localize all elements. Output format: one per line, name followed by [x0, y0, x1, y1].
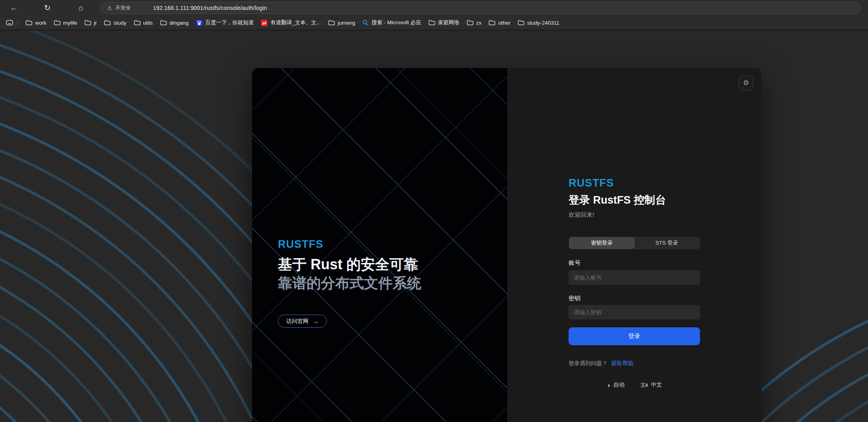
url-text: 192.168.1.111:9001/rustfs/console/auth/l…	[153, 5, 267, 11]
browser-window: ← ↻ ⌂ ⚠ 不安全 192.168.1.111:9001/rustfs/co…	[0, 0, 868, 422]
bookmark-mylife[interactable]: mylife	[50, 18, 81, 28]
folder-icon	[467, 20, 473, 25]
bookmark-label: dingang	[170, 20, 189, 26]
bookmark-jr[interactable]: jr	[81, 18, 101, 28]
account-input[interactable]	[569, 270, 700, 285]
baidu-icon	[196, 19, 203, 26]
bookmark-label: work	[35, 20, 47, 26]
sidebar-toggle-icon[interactable]	[4, 18, 15, 28]
bookmark-dingang[interactable]: dingang	[156, 18, 192, 28]
bookmark-label: 家庭网络	[438, 19, 459, 26]
bookmark-home-network[interactable]: 家庭网络	[425, 18, 463, 28]
bookmark-study-240311[interactable]: study-240311	[514, 18, 563, 28]
bookmark-bing-search[interactable]: 搜索 - Microsoft 必应	[359, 18, 425, 28]
bookmark-zx[interactable]: zx	[463, 18, 485, 28]
footer-controls: ◑ 自动 文A 中文	[569, 381, 700, 389]
bookmark-label: study	[113, 20, 126, 26]
youdao-icon: yd	[261, 19, 268, 26]
login-card: RUSTFS 基于 Rust 的安全可靠 靠谱的分布式文件系统 访问官网 → ⚙…	[252, 68, 762, 422]
gear-icon: ⚙	[743, 79, 749, 87]
secret-input[interactable]	[569, 305, 700, 319]
bookmark-baidu[interactable]: 百度一下，你就知道	[192, 18, 258, 28]
bookmark-utils[interactable]: utils	[130, 18, 156, 28]
visit-website-label: 访问官网	[286, 318, 309, 325]
hero-title-line1: 基于 Rust 的安全可靠	[278, 256, 418, 272]
account-label: 账号	[569, 259, 581, 267]
bookmarks-bar: work mylife jr study utils dingang 百度一下，…	[0, 16, 868, 31]
folder-icon	[54, 20, 61, 25]
home-icon[interactable]: ⌂	[76, 3, 86, 13]
folder-icon	[104, 20, 111, 25]
folder-icon	[489, 20, 495, 25]
help-text: 登录遇到问题？	[569, 360, 608, 366]
folder-icon	[84, 20, 91, 25]
bookmark-label: 百度一下，你就知道	[205, 19, 254, 26]
hero-title-line2: 靠谱的分布式文件系统	[278, 274, 421, 292]
get-help-link[interactable]: 获取帮助	[611, 360, 633, 366]
help-row: 登录遇到问题？获取帮助	[569, 360, 633, 367]
hero-panel: RUSTFS 基于 Rust 的安全可靠 靠谱的分布式文件系统 访问官网 →	[252, 68, 507, 422]
folder-icon	[134, 20, 141, 25]
divider	[18, 19, 18, 26]
reload-icon[interactable]: ↻	[42, 3, 53, 13]
bookmark-label: zx	[476, 20, 482, 26]
bookmark-other[interactable]: other	[485, 18, 514, 28]
theme-switcher[interactable]: ◑ 自动	[606, 381, 624, 389]
login-form: RUSTFS 登录 RustFS 控制台 欢迎回来! 密钥登录 STS 登录 账…	[569, 68, 700, 422]
bookmark-label: utils	[143, 20, 153, 26]
secret-label: 密钥	[569, 295, 581, 302]
tab-sts-login[interactable]: STS 登录	[634, 237, 699, 249]
bookmark-jumeng[interactable]: jumeng	[325, 18, 359, 28]
bookmark-label: mylife	[63, 20, 77, 26]
page-title: 登录 RustFS 控制台	[569, 193, 666, 207]
bookmark-youdao[interactable]: yd 有道翻译_文本、文...	[257, 18, 325, 28]
auto-theme-icon: ◑	[606, 382, 610, 389]
insecure-warning-icon: ⚠	[107, 5, 112, 11]
visit-website-button[interactable]: 访问官网 →	[278, 315, 327, 328]
browser-toolbar: ← ↻ ⌂ ⚠ 不安全 192.168.1.111:9001/rustfs/co…	[0, 0, 868, 16]
bookmark-label: 搜索 - Microsoft 必应	[371, 19, 421, 26]
settings-button[interactable]: ⚙	[739, 76, 753, 90]
bookmark-work[interactable]: work	[22, 18, 50, 28]
security-label: 不安全	[115, 4, 131, 12]
back-icon[interactable]: ←	[9, 3, 19, 13]
svg-text:yd: yd	[262, 21, 266, 25]
rustfs-logo: RUSTFS	[569, 177, 614, 189]
url-bar[interactable]: ⚠ 不安全 192.168.1.111:9001/rustfs/console/…	[100, 2, 861, 14]
hero-title: 基于 Rust 的安全可靠 靠谱的分布式文件系统	[278, 255, 421, 292]
folder-icon	[160, 20, 167, 25]
bookmark-label: study-240311	[527, 20, 559, 26]
folder-icon	[328, 20, 335, 25]
bookmark-label: jumeng	[338, 20, 355, 26]
arrow-right-icon: →	[313, 318, 319, 325]
folder-icon	[518, 20, 524, 25]
login-method-tabs: 密钥登录 STS 登录	[569, 237, 700, 249]
tab-key-login[interactable]: 密钥登录	[569, 237, 634, 249]
bookmark-label: other	[498, 20, 510, 26]
bookmark-label: jr	[94, 20, 97, 26]
bing-search-icon	[362, 19, 369, 26]
login-button[interactable]: 登录	[569, 327, 700, 345]
folder-icon	[25, 20, 32, 25]
language-switcher[interactable]: 文A 中文	[640, 381, 662, 389]
welcome-text: 欢迎回来!	[569, 211, 594, 219]
theme-label: 自动	[613, 381, 624, 389]
login-panel: ⚙ RUSTFS 登录 RustFS 控制台 欢迎回来! 密钥登录 STS 登录…	[507, 68, 762, 422]
page-background: RUSTFS 基于 Rust 的安全可靠 靠谱的分布式文件系统 访问官网 → ⚙…	[0, 31, 868, 422]
folder-icon	[428, 20, 435, 25]
rustfs-logo: RUSTFS	[278, 238, 323, 251]
language-label: 中文	[651, 381, 662, 389]
bookmark-label: 有道翻译_文本、文...	[270, 19, 321, 26]
translate-icon: 文A	[640, 381, 647, 389]
bookmark-study[interactable]: study	[100, 18, 130, 28]
